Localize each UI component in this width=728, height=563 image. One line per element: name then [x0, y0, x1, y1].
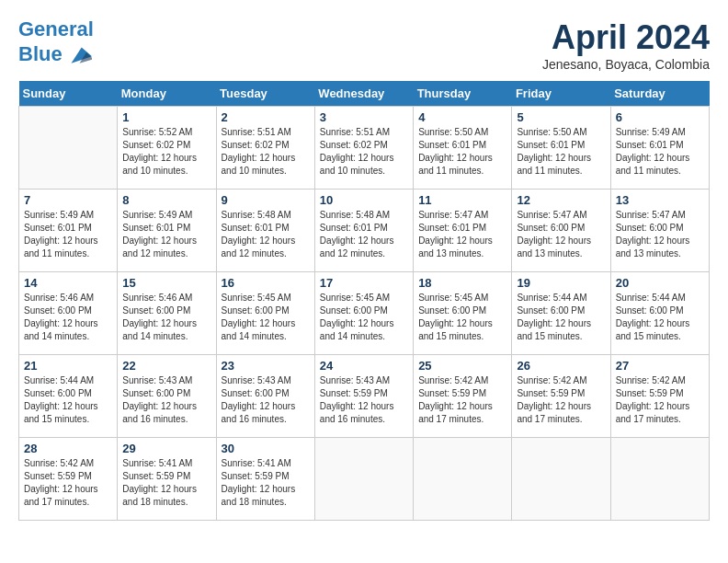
day-cell: 21Sunrise: 5:44 AMSunset: 6:00 PMDayligh…: [19, 355, 118, 438]
day-info: Sunrise: 5:41 AMSunset: 5:59 PMDaylight:…: [222, 457, 310, 509]
week-row-3: 21Sunrise: 5:44 AMSunset: 6:00 PMDayligh…: [19, 355, 710, 438]
day-number: 12: [517, 193, 605, 207]
day-cell: 28Sunrise: 5:42 AMSunset: 5:59 PMDayligh…: [19, 438, 118, 521]
day-info: Sunrise: 5:49 AMSunset: 6:01 PMDaylight:…: [24, 209, 112, 260]
day-info: Sunrise: 5:45 AMSunset: 6:00 PMDaylight:…: [222, 292, 310, 343]
weekday-header-friday: Friday: [512, 81, 610, 107]
day-number: 18: [418, 276, 506, 290]
logo: General Blue: [18, 18, 94, 68]
week-row-1: 7Sunrise: 5:49 AMSunset: 6:01 PMDaylight…: [19, 190, 710, 272]
day-cell: 17Sunrise: 5:45 AMSunset: 6:00 PMDayligh…: [314, 272, 413, 355]
day-number: 11: [418, 193, 506, 207]
day-cell: 2Sunrise: 5:51 AMSunset: 6:02 PMDaylight…: [216, 107, 314, 190]
day-number: 27: [616, 359, 704, 373]
day-number: 7: [24, 193, 112, 207]
day-info: Sunrise: 5:42 AMSunset: 5:59 PMDaylight:…: [418, 374, 506, 426]
day-cell: 4Sunrise: 5:50 AMSunset: 6:01 PMDaylight…: [414, 107, 512, 190]
day-info: Sunrise: 5:48 AMSunset: 6:01 PMDaylight:…: [222, 209, 310, 260]
month-title: April 2024: [542, 18, 710, 57]
day-cell: 19Sunrise: 5:44 AMSunset: 6:00 PMDayligh…: [512, 272, 610, 355]
day-info: Sunrise: 5:42 AMSunset: 5:59 PMDaylight:…: [24, 457, 112, 509]
day-number: 14: [24, 276, 112, 290]
day-number: 25: [418, 359, 506, 373]
day-number: 1: [122, 110, 210, 124]
day-number: 9: [222, 193, 310, 207]
location: Jenesano, Boyaca, Colombia: [542, 57, 710, 72]
day-cell: 24Sunrise: 5:43 AMSunset: 5:59 PMDayligh…: [314, 355, 413, 438]
day-cell: 8Sunrise: 5:49 AMSunset: 6:01 PMDaylight…: [118, 190, 216, 272]
day-info: Sunrise: 5:49 AMSunset: 6:01 PMDaylight:…: [122, 209, 210, 260]
logo-icon: [64, 40, 92, 68]
weekday-header-sunday: Sunday: [19, 81, 118, 107]
day-number: 20: [616, 276, 704, 290]
day-cell: 18Sunrise: 5:45 AMSunset: 6:00 PMDayligh…: [414, 272, 512, 355]
day-cell: 6Sunrise: 5:49 AMSunset: 6:01 PMDaylight…: [610, 107, 709, 190]
day-info: Sunrise: 5:52 AMSunset: 6:02 PMDaylight:…: [122, 126, 210, 178]
day-cell: 30Sunrise: 5:41 AMSunset: 5:59 PMDayligh…: [216, 438, 314, 521]
day-info: Sunrise: 5:43 AMSunset: 6:00 PMDaylight:…: [222, 374, 310, 426]
day-cell: [610, 438, 709, 521]
day-info: Sunrise: 5:47 AMSunset: 6:00 PMDaylight:…: [616, 209, 704, 260]
logo-text: General: [18, 18, 94, 40]
day-info: Sunrise: 5:45 AMSunset: 6:00 PMDaylight:…: [418, 292, 506, 343]
day-info: Sunrise: 5:46 AMSunset: 6:00 PMDaylight:…: [24, 292, 112, 343]
day-number: 16: [222, 276, 310, 290]
weekday-header-wednesday: Wednesday: [314, 81, 413, 107]
weekday-header-row: SundayMondayTuesdayWednesdayThursdayFrid…: [19, 81, 710, 107]
day-info: Sunrise: 5:43 AMSunset: 5:59 PMDaylight:…: [320, 374, 408, 426]
day-number: 17: [320, 276, 408, 290]
day-cell: 1Sunrise: 5:52 AMSunset: 6:02 PMDaylight…: [118, 107, 216, 190]
day-info: Sunrise: 5:42 AMSunset: 5:59 PMDaylight:…: [517, 374, 605, 426]
day-info: Sunrise: 5:43 AMSunset: 6:00 PMDaylight:…: [122, 374, 210, 426]
day-cell: 26Sunrise: 5:42 AMSunset: 5:59 PMDayligh…: [512, 355, 610, 438]
day-cell: 11Sunrise: 5:47 AMSunset: 6:01 PMDayligh…: [414, 190, 512, 272]
day-cell: 9Sunrise: 5:48 AMSunset: 6:01 PMDaylight…: [216, 190, 314, 272]
day-cell: 16Sunrise: 5:45 AMSunset: 6:00 PMDayligh…: [216, 272, 314, 355]
day-number: 10: [320, 193, 408, 207]
day-info: Sunrise: 5:51 AMSunset: 6:02 PMDaylight:…: [320, 126, 408, 178]
day-info: Sunrise: 5:47 AMSunset: 6:01 PMDaylight:…: [418, 209, 506, 260]
day-number: 28: [24, 442, 112, 455]
day-number: 23: [222, 359, 310, 373]
weekday-header-tuesday: Tuesday: [216, 81, 314, 107]
calendar-body: 1Sunrise: 5:52 AMSunset: 6:02 PMDaylight…: [19, 107, 710, 521]
day-info: Sunrise: 5:44 AMSunset: 6:00 PMDaylight:…: [616, 292, 704, 343]
day-number: 6: [616, 110, 704, 124]
day-cell: 10Sunrise: 5:48 AMSunset: 6:01 PMDayligh…: [314, 190, 413, 272]
day-info: Sunrise: 5:50 AMSunset: 6:01 PMDaylight:…: [418, 126, 506, 178]
day-number: 24: [320, 359, 408, 373]
day-number: 2: [222, 110, 310, 124]
day-info: Sunrise: 5:45 AMSunset: 6:00 PMDaylight:…: [320, 292, 408, 343]
day-cell: 3Sunrise: 5:51 AMSunset: 6:02 PMDaylight…: [314, 107, 413, 190]
week-row-2: 14Sunrise: 5:46 AMSunset: 6:00 PMDayligh…: [19, 272, 710, 355]
day-cell: 29Sunrise: 5:41 AMSunset: 5:59 PMDayligh…: [118, 438, 216, 521]
day-info: Sunrise: 5:46 AMSunset: 6:00 PMDaylight:…: [122, 292, 210, 343]
day-number: 13: [616, 193, 704, 207]
day-number: 5: [517, 110, 605, 124]
day-cell: [314, 438, 413, 521]
day-cell: 12Sunrise: 5:47 AMSunset: 6:00 PMDayligh…: [512, 190, 610, 272]
day-info: Sunrise: 5:49 AMSunset: 6:01 PMDaylight:…: [616, 126, 704, 178]
day-number: 15: [122, 276, 210, 290]
day-cell: [19, 107, 118, 190]
day-cell: 7Sunrise: 5:49 AMSunset: 6:01 PMDaylight…: [19, 190, 118, 272]
day-info: Sunrise: 5:47 AMSunset: 6:00 PMDaylight:…: [517, 209, 605, 260]
day-number: 4: [418, 110, 506, 124]
logo-blue-text: Blue: [18, 43, 63, 65]
day-cell: 22Sunrise: 5:43 AMSunset: 6:00 PMDayligh…: [118, 355, 216, 438]
day-number: 22: [122, 359, 210, 373]
day-number: 26: [517, 359, 605, 373]
day-cell: [512, 438, 610, 521]
day-cell: 13Sunrise: 5:47 AMSunset: 6:00 PMDayligh…: [610, 190, 709, 272]
day-info: Sunrise: 5:42 AMSunset: 5:59 PMDaylight:…: [616, 374, 704, 426]
day-number: 30: [222, 442, 310, 455]
week-row-0: 1Sunrise: 5:52 AMSunset: 6:02 PMDaylight…: [19, 107, 710, 190]
weekday-header-thursday: Thursday: [414, 81, 512, 107]
day-cell: 15Sunrise: 5:46 AMSunset: 6:00 PMDayligh…: [118, 272, 216, 355]
day-cell: 25Sunrise: 5:42 AMSunset: 5:59 PMDayligh…: [414, 355, 512, 438]
day-info: Sunrise: 5:48 AMSunset: 6:01 PMDaylight:…: [320, 209, 408, 260]
day-cell: 5Sunrise: 5:50 AMSunset: 6:01 PMDaylight…: [512, 107, 610, 190]
day-number: 8: [122, 193, 210, 207]
day-number: 3: [320, 110, 408, 124]
day-info: Sunrise: 5:44 AMSunset: 6:00 PMDaylight:…: [24, 374, 112, 426]
